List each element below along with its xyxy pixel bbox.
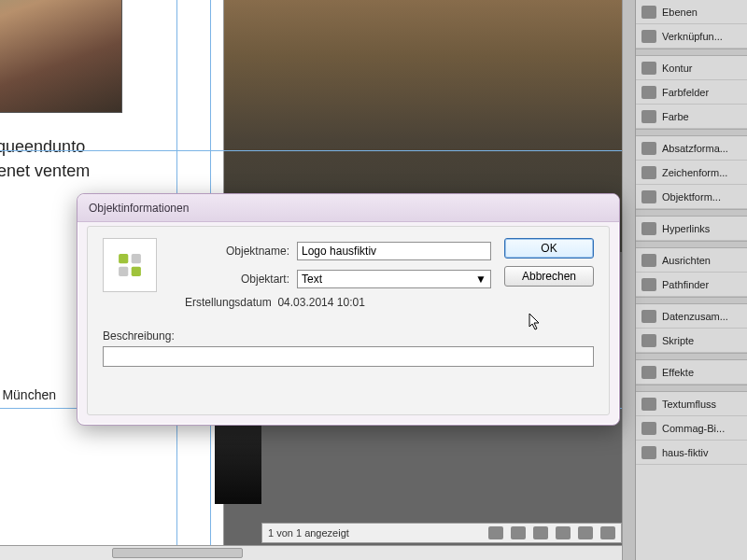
svg-rect-3 — [132, 267, 141, 276]
panel-icon — [641, 86, 656, 99]
object-type-select[interactable]: Text ▼ — [297, 270, 491, 288]
panel-icon — [641, 278, 656, 291]
type-value: Text — [302, 273, 322, 286]
panel-icon — [641, 446, 656, 459]
panel-item[interactable]: Farbfelder — [636, 80, 747, 105]
photo-terrace — [0, 0, 122, 113]
panel-icon — [641, 142, 656, 155]
panel-label: Objektform... — [662, 191, 721, 203]
panel-label: Farbfelder — [662, 87, 709, 98]
trash-icon[interactable] — [600, 526, 615, 539]
panel-label: Pathfinder — [662, 279, 709, 290]
panel-label: Hyperlinks — [662, 223, 710, 234]
name-label: Objektname: — [177, 245, 289, 258]
svg-rect-2 — [119, 267, 128, 276]
type-label: Objektart: — [177, 273, 289, 286]
panel-label: Datenzusam... — [662, 311, 728, 322]
panel-label: Absatzforma... — [662, 143, 728, 154]
panel-item[interactable]: Ausrichten — [636, 248, 747, 273]
panel-item[interactable]: Effekte — [636, 360, 747, 385]
panel-icon — [641, 310, 656, 323]
panel-item[interactable]: Hyperlinks — [636, 217, 747, 241]
panel-label: Verknüpfun... — [662, 31, 723, 42]
panel-label: Ebenen — [662, 7, 698, 18]
scroll-thumb[interactable] — [112, 548, 243, 558]
panel-icon — [641, 366, 656, 379]
chevron-down-icon: ▼ — [475, 273, 486, 286]
status-icon[interactable] — [578, 526, 593, 539]
ok-button[interactable]: OK — [504, 238, 594, 259]
desc-label: Beschreibung: — [103, 329, 594, 343]
panel-icon — [641, 6, 656, 19]
panel-label: Zeichenform... — [662, 167, 727, 178]
t: umqui omnis queendunto — [0, 137, 85, 156]
panel-item[interactable]: Zeichenform... — [636, 161, 747, 185]
panel-item[interactable]: Objektform... — [636, 185, 747, 209]
panel-icon — [641, 62, 656, 75]
t: edio maion, nenet ventem — [0, 161, 90, 180]
status-text: 1 von 1 angezeigt — [268, 527, 349, 539]
panel-icon — [641, 334, 656, 347]
status-icon[interactable] — [533, 526, 548, 539]
object-name-input[interactable] — [297, 242, 491, 260]
panel-icon — [641, 254, 656, 267]
panel-item[interactable]: Ebenen — [636, 0, 747, 24]
panel-item[interactable]: Textumfluss — [636, 392, 747, 416]
panel-label: Effekte — [662, 367, 694, 378]
cursor-icon — [529, 313, 542, 331]
panel-item[interactable]: Datenzusam... — [636, 304, 747, 329]
phone: 1232 871-0 — [0, 430, 56, 454]
panel-icon — [641, 190, 656, 203]
panel-label: Textumfluss — [662, 399, 716, 410]
panel-label: Commag-Bi... — [662, 423, 725, 434]
address: ptstraße 13, 21368 München — [0, 384, 56, 407]
panel-icon — [641, 166, 656, 179]
logo-icon — [114, 249, 146, 281]
panel-icon — [641, 30, 656, 43]
panel-item[interactable]: Pathfinder — [636, 273, 747, 297]
panel-label: haus-fiktiv — [662, 447, 709, 458]
created-label: Erstellungsdatum — [185, 296, 272, 309]
panel-item[interactable]: Verknüpfun... — [636, 24, 747, 49]
panel-icon — [641, 110, 656, 123]
panel-icon — [641, 222, 656, 235]
panel-collapse-strip[interactable] — [622, 0, 635, 560]
cancel-button[interactable]: Abbrechen — [504, 266, 594, 287]
panel-item[interactable]: Commag-Bi... — [636, 416, 747, 441]
website: w.hausfiktiv.de — [0, 407, 56, 430]
status-icon[interactable] — [488, 526, 503, 539]
panel-label: Kontur — [662, 63, 692, 74]
footer-meta: ptstraße 13, 21368 München w.hausfiktiv.… — [0, 384, 56, 455]
panel-label: Ausrichten — [662, 255, 711, 266]
status-icon[interactable] — [511, 526, 526, 539]
description-input[interactable] — [103, 346, 594, 367]
right-panels: EbenenVerknüpfun...KonturFarbfelderFarbe… — [635, 0, 747, 560]
horizontal-scrollbar[interactable] — [0, 545, 622, 560]
panel-label: Farbe — [662, 111, 689, 122]
panel-label: Skripte — [662, 335, 694, 346]
panel-item[interactable]: Absatzforma... — [636, 136, 747, 161]
panel-item[interactable]: haus-fiktiv — [636, 441, 747, 465]
status-icon[interactable] — [556, 526, 571, 539]
panel-item[interactable]: Kontur — [636, 56, 747, 80]
created-value: 04.03.2014 10:01 — [277, 296, 364, 309]
panel-item[interactable]: Skripte — [636, 329, 747, 353]
dialog-title[interactable]: Objektinformationen — [78, 194, 619, 222]
object-thumbnail — [103, 238, 157, 292]
object-info-dialog: Objektinformationen Objektname: Objektar… — [77, 193, 620, 426]
svg-rect-0 — [119, 254, 128, 263]
status-bar: 1 von 1 angezeigt — [261, 523, 622, 543]
panel-icon — [641, 398, 656, 411]
svg-rect-1 — [132, 254, 141, 263]
panel-item[interactable]: Farbe — [636, 105, 747, 129]
panel-icon — [641, 422, 656, 435]
